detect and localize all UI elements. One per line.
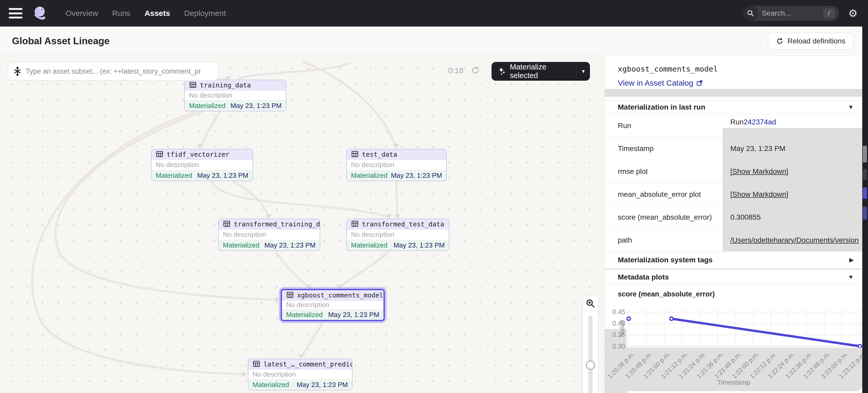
metadata-value: 0.300855 [722, 206, 862, 229]
nav-item-deployment[interactable]: Deployment [184, 9, 226, 18]
metadata-value: [Show Markdown] [722, 160, 862, 183]
metadata-key: path [605, 229, 722, 252]
settings-gear-icon[interactable]: ⚙ [848, 8, 858, 19]
asset-status: Materialized [286, 311, 322, 319]
nav-item-runs[interactable]: Runs [112, 9, 130, 18]
asset-node-training_data[interactable]: training_dataNo descriptionMaterializedM… [184, 79, 286, 111]
hamburger-menu-icon[interactable] [9, 8, 22, 19]
edge-arrowhead [395, 215, 401, 219]
asset-node-label: latest_…_comment_predictions [264, 360, 352, 368]
metadata-plot-score-mean-absolute-error: score (mean_absolute_error) 1:20:36 p.m.… [605, 284, 862, 393]
chevron-down-icon: ▼ [848, 104, 854, 110]
asset-node-description: No description [219, 230, 320, 240]
value-link[interactable]: [Show Markdown] [730, 167, 788, 176]
asset-node-label: transformed_training_data [234, 221, 320, 228]
table-icon [252, 360, 260, 369]
table-icon [156, 150, 163, 159]
zoom-in-button[interactable] [583, 295, 598, 312]
chart-title: score (mean_absolute_error) [618, 290, 715, 298]
nav-item-assets[interactable]: Assets [145, 9, 170, 18]
asset-status: Materialized [189, 102, 225, 110]
table-icon [351, 150, 359, 159]
page-title: Global Asset Lineage [12, 36, 110, 46]
asset-edge [302, 322, 323, 357]
reload-definitions-button[interactable]: Reload definitions [768, 33, 854, 50]
asset-details-panel: xgboost_comments_model View in Asset Cat… [604, 56, 862, 393]
asset-timestamp: May 23, 1:23 PM [391, 171, 442, 179]
section-materialization-in-last-run[interactable]: Materialization in last run ▼ [605, 100, 862, 114]
dagster-logo [32, 5, 49, 21]
y-tick-label: 0.45 [610, 308, 625, 316]
metadata-value: Run 242374ad [722, 114, 862, 137]
nav-item-overview[interactable]: Overview [66, 9, 98, 18]
asset-status: Materialized [351, 171, 388, 179]
metadata-value: May 23, 1:23 PM [722, 137, 862, 160]
graph-query-icon [13, 67, 22, 76]
global-search[interactable]: / [743, 6, 839, 21]
horizontal-scrollbar[interactable] [722, 128, 862, 137]
asset-node-xgboost_comments_model[interactable]: xgboost_comments_modelNo descriptionMate… [281, 289, 385, 321]
asset-node-transformed_training_data[interactable]: transformed_training_dataNo descriptionM… [218, 219, 320, 251]
asset-node-label: transformed_test_data [362, 221, 444, 228]
asset-node-label: training_data [200, 81, 251, 89]
metadata-key: mean_absolute_error plot [605, 183, 722, 206]
edge-arrowhead [393, 144, 399, 149]
run-link[interactable]: 242374ad [744, 118, 776, 126]
panel-horizontal-scrollbar[interactable] [605, 89, 862, 97]
zoom-controls [582, 295, 598, 393]
asset-edge [56, 112, 278, 300]
metadata-value: [Show Markdown] [722, 183, 862, 206]
edge-arrowhead [197, 144, 204, 149]
asset-status: Materialized [252, 381, 289, 389]
table-icon [189, 81, 197, 90]
view-in-asset-catalog-link[interactable]: View in Asset Catalog [618, 78, 703, 88]
clipped-right-edge [862, 27, 868, 393]
asset-graph-canvas[interactable]: training_dataNo descriptionMaterializedM… [0, 56, 604, 393]
zoom-slider-track[interactable] [588, 316, 593, 393]
metadata-value: /Users/odetteharary/Documents/version [722, 229, 862, 252]
metadata-row-path: path/Users/odetteharary/Documents/versio… [605, 229, 862, 252]
asset-edge [211, 182, 388, 217]
asset-node-test_data[interactable]: test_dataNo descriptionMaterializedMay 2… [346, 149, 447, 181]
asset-node-transformed_test_data[interactable]: transformed_test_dataNo descriptionMater… [346, 219, 450, 251]
asset-timestamp: May 23, 1:23 PM [328, 311, 379, 319]
materialize-selected-button[interactable]: Materialize selected ▾ [492, 62, 590, 81]
edge-arrowhead [275, 297, 280, 303]
y-tick-label: 0.35 [610, 331, 625, 338]
edge-arrowhead [298, 355, 304, 359]
edge-arrowhead [266, 215, 272, 219]
table-icon [223, 220, 231, 229]
asset-node-description: No description [185, 91, 286, 100]
refresh-icon[interactable] [471, 66, 480, 75]
asset-node-description: No description [152, 160, 252, 170]
nav-links: OverviewRunsAssetsDeployment [66, 9, 226, 18]
section-metadata-plots[interactable]: Metadata plots ▼ [605, 270, 862, 284]
materialize-dropdown-caret[interactable]: ▾ [577, 68, 590, 75]
search-icon [743, 6, 758, 21]
metadata-row-score-mean-absolute-error-: score (mean_absolute_error)0.300855 [605, 206, 862, 229]
asset-edge [201, 112, 220, 146]
asset-subset-filter[interactable] [8, 62, 218, 81]
value-link[interactable]: [Show Markdown] [730, 190, 788, 199]
metadata-key: rmse plot [605, 160, 722, 183]
search-input[interactable] [762, 9, 814, 18]
chevron-down-icon: ▼ [848, 274, 854, 281]
asset-node-label: test_data [362, 151, 397, 158]
metadata-row-timestamp: TimestampMay 23, 1:23 PM [605, 137, 862, 160]
asset-node-label: tfidf_vectorizer [166, 151, 229, 158]
asset-edge [303, 62, 396, 146]
asset-timestamp: May 23, 1:23 PM [264, 241, 315, 249]
value-link[interactable]: /Users/odetteharary/Documents/version [730, 236, 859, 244]
zoom-slider-thumb[interactable] [586, 360, 595, 370]
asset-node-label: xgboost_comments_model [297, 292, 383, 299]
asset-node-description: No description [347, 230, 449, 240]
metadata-row-run: RunRun 242374ad [605, 114, 862, 137]
asset-subset-input[interactable] [26, 67, 213, 75]
search-shortcut-key: / [823, 8, 835, 18]
asset-node-latest_comment_predictions[interactable]: latest_…_comment_predictionsNo descripti… [248, 359, 352, 390]
asset-node-description: No description [248, 369, 352, 380]
section-materialization-system-tags[interactable]: Materialization system tags ▶ [605, 252, 862, 268]
asset-edge [276, 252, 308, 287]
metadata-key: score (mean_absolute_error) [605, 206, 722, 229]
asset-node-tfidf_vectorizer[interactable]: tfidf_vectorizerNo descriptionMaterializ… [151, 149, 253, 181]
